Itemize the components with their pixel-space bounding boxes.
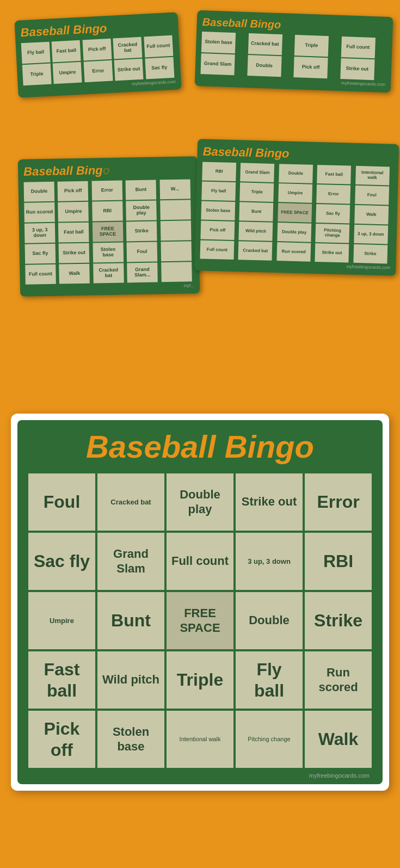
bingo-cell-pick-off: Pick off	[28, 711, 95, 768]
mini-cell: Strike out	[340, 58, 374, 80]
mini-cell: Error	[316, 184, 350, 204]
mini-cell	[161, 241, 192, 261]
mini-cell	[160, 220, 191, 241]
mini-cell	[161, 262, 192, 282]
mini-cell: Double	[279, 164, 313, 183]
bingo-cell-fast-ball: Fast ball	[28, 651, 95, 709]
bingo-cell-grand-slam: Grand Slam	[97, 533, 164, 590]
bingo-cell-run-scored: Run scored	[305, 651, 372, 709]
mini-cell: Fast ball	[52, 40, 81, 63]
bingo-cell-full-count: Full count	[167, 533, 233, 590]
bingo-cell-error: Error	[305, 473, 372, 531]
bingo-cell-rbi: RBI	[305, 533, 372, 590]
mini-cell: Strike	[353, 244, 387, 264]
mini-card-2-title: Baseball Bingo	[202, 16, 387, 35]
bingo-cell-walk: Walk	[305, 711, 372, 768]
mini-cell: Wild pitch	[239, 221, 273, 241]
mini-cell: Intentional walk	[355, 166, 390, 186]
bingo-cell-strike: Strike	[305, 592, 372, 649]
mini-cell: Triple	[22, 64, 52, 86]
mini-cell: Fly ball	[201, 181, 236, 201]
mini-card-4: Baseball Bingo RBI Grand Slam Double Fas…	[194, 139, 399, 276]
mini-cell: Fast ball	[58, 223, 89, 243]
mini-cell: Grand Slam	[200, 53, 235, 75]
mini-cell: Run scored	[24, 202, 55, 223]
mini-cell: Cracked bat	[248, 33, 282, 55]
mini-card-3: Baseball Bingo Double Pick off Error Bun…	[18, 156, 200, 297]
mini-cell: Stolen base	[201, 32, 236, 53]
mini-cell: RBI	[202, 162, 236, 181]
mini-cell: Pick off	[293, 57, 328, 78]
mini-cell: Strike out	[114, 59, 144, 81]
mini-cell-free: FREE SPACE	[93, 222, 124, 242]
mini-cell: Pick off	[82, 39, 112, 61]
mini-cell: Strike out	[315, 243, 349, 263]
bingo-cell-free-space: FREE SPACE	[167, 592, 233, 649]
bingo-cell-3up3down: 3 up, 3 down	[236, 533, 303, 590]
mini-card-4-title: Baseball Bingo	[202, 144, 393, 163]
bingo-cell-strike-out: Strike out	[236, 473, 303, 531]
bingo-grid: Foul Cracked bat Double play Strike out …	[28, 473, 372, 768]
mini-cell: Double play	[126, 200, 157, 220]
mini-cell: Cracked bat	[238, 241, 273, 261]
mini-card-1: Baseball Bingo Fly ball Fast ball Pick o…	[14, 12, 181, 98]
bingo-cell-cracked-bat: Cracked bat	[97, 473, 164, 531]
main-card: Baseball Bingo Foul Cracked bat Double p…	[17, 420, 383, 784]
mini-cell: Pick off	[200, 220, 235, 240]
mini-cell: Stolen base	[93, 243, 124, 263]
mini-card-3-title: Baseball Bingo	[23, 162, 192, 178]
mini-cell: Walk	[59, 264, 90, 284]
bingo-cell-sac-fly: Sac fly	[28, 533, 95, 590]
bingo-cell-foul: Foul	[28, 473, 95, 531]
bingo-cell-double-play: Double play	[167, 473, 233, 531]
watermark: myf...	[26, 283, 194, 291]
mini-cell: Strike	[126, 221, 157, 241]
mini-cell: Triple	[294, 35, 329, 57]
mini-cell: Pitching change	[316, 224, 350, 243]
mini-cell: Umpire	[58, 202, 89, 222]
mini-cell: Double play	[277, 223, 311, 242]
mini-cell-free: FREE SPACE	[278, 203, 312, 223]
mini-cell: RBI	[92, 201, 123, 221]
bingo-cell-intentional-walk: Intentional walk	[167, 711, 233, 768]
mini-cell: 3 up, 3 down	[24, 223, 56, 243]
bingo-cell-pitching-change: Pitching change	[236, 711, 303, 768]
collage-section: Baseball Bingo Fly ball Fast ball Pick o…	[11, 11, 389, 403]
main-card-title: Baseball Bingo	[28, 431, 372, 463]
mini-cell: W...	[159, 179, 190, 199]
mini-cell: Sac fly	[316, 204, 350, 224]
mini-cell: 3 up, 3 down	[354, 225, 388, 244]
mini-card-4-grid: RBI Grand Slam Double Fast ball Intentio…	[200, 162, 393, 263]
mini-cell	[160, 200, 191, 220]
mini-cell: Stolen base	[201, 201, 235, 220]
mini-cell: Strike out	[59, 243, 90, 263]
bingo-cell-fly-ball: Fly ball	[236, 651, 303, 709]
mini-cell: Fly ball	[21, 42, 51, 64]
mini-cell: Bunt	[126, 180, 157, 200]
bingo-cell-bunt: Bunt	[97, 592, 164, 649]
mini-cell: Foul	[355, 186, 389, 205]
mini-cell: Sac fly	[145, 57, 174, 79]
mini-cell: Run scored	[276, 242, 311, 262]
mini-cell: Foul	[127, 242, 158, 262]
bingo-cell-stolen-base: Stolen base	[97, 711, 164, 768]
mini-cell: Double	[24, 182, 55, 202]
mini-card-2-grid: Stolen base Cracked bat Triple Full coun…	[200, 32, 387, 81]
mini-cell: Full count	[341, 36, 375, 58]
mini-card-3-grid: Double Pick off Error Bunt W... Run scor…	[24, 179, 194, 284]
mini-cell: Grand Slam...	[127, 262, 158, 282]
mini-card-1-grid: Fly ball Fast ball Pick off Cracked bat …	[21, 35, 176, 86]
mini-cell: Umpire	[53, 62, 82, 84]
mini-cell: Sac fly	[25, 244, 56, 264]
mini-card-2: Baseball Bingo Stolen base Cracked bat T…	[195, 10, 393, 93]
mini-cell: Cracked bat	[113, 37, 143, 59]
mini-cell: Umpire	[278, 183, 312, 203]
bingo-cell-double: Double	[236, 592, 303, 649]
mini-cell: Error	[91, 181, 122, 201]
bingo-cell-wild-pitch: Wild pitch	[97, 651, 164, 709]
mini-cell: Full count	[144, 35, 173, 58]
mini-cell: Triple	[240, 182, 274, 202]
mini-cell: Full count	[200, 240, 234, 260]
bingo-cell-umpire: Umpire	[28, 592, 95, 649]
mini-cell: Double	[247, 55, 281, 77]
